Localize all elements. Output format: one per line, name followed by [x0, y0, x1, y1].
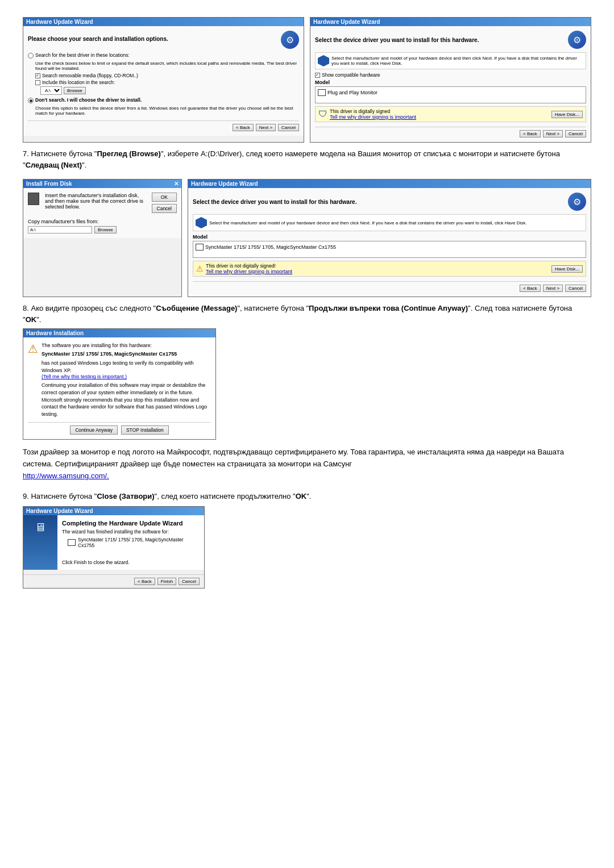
search-radio1-sub: Use the check boxes below to limit or ex…: [35, 61, 299, 71]
monitor-icon-2: [196, 244, 204, 251]
completing-section: Hardware Update Wizard 🖥 Completing the …: [23, 506, 591, 589]
hw-wizard-search-title: Hardware Update Wizard: [23, 18, 304, 26]
copy-row: Browse: [28, 226, 177, 233]
radio-search-label: Search for the best driver in these loca…: [35, 52, 130, 58]
install-warning-link[interactable]: (Tell me why this testing is important.): [42, 374, 211, 379]
step9-text-1: Натиснете бутона ": [31, 492, 97, 500]
check-location-label: Include this location in the search:: [42, 80, 115, 85]
cancel-btn-3[interactable]: Cancel: [565, 285, 586, 292]
compat-note-text: Select the manufacturer and model of you…: [331, 56, 583, 66]
radio-search-btn[interactable]: [28, 53, 34, 59]
install-content: The software you are installing for this…: [42, 342, 211, 418]
show-compat-check[interactable]: Show compatible hardware: [315, 72, 586, 78]
check-removable[interactable]: Search removable media (floppy, CD-ROM..…: [35, 73, 299, 78]
radio-dont-search-label: Don't search. I will choose the driver t…: [35, 97, 142, 103]
compat-hw-note: Select the manufacturer and model of you…: [315, 52, 586, 69]
step9-text-3: ".: [306, 492, 311, 500]
next-btn-1[interactable]: Next >: [256, 124, 276, 131]
step8-text-4: ".: [36, 315, 41, 324]
search-radio2-sub: Choose this option to select the device …: [35, 106, 299, 116]
step8-text: 8. Ако видите прозорец със следното "Съо…: [23, 303, 591, 325]
install-disk-title: Install From Disk: [26, 181, 72, 187]
back-btn-1[interactable]: < Back: [233, 124, 254, 131]
wizard-logo-icon-3: ⚙: [568, 193, 586, 211]
step9-bold-1: Close (Затвори): [97, 492, 154, 500]
monitor-icon-3: [68, 539, 76, 546]
warning-triangle-icon: ⚠: [28, 342, 38, 356]
next-btn-2[interactable]: Next >: [543, 130, 563, 137]
have-disk-btn-1[interactable]: Have Disk...: [551, 111, 583, 118]
completing-device-row: SyncMaster 1715/ 1755/ 1705, MagicSyncMa…: [68, 537, 200, 548]
shield-icon: [318, 55, 329, 66]
samsung-url-link[interactable]: http://www.samsung.com/.: [23, 471, 109, 480]
hw-wizard-select-title: Hardware Update Wizard: [310, 18, 591, 26]
stop-installation-btn[interactable]: STOP Installation: [121, 425, 169, 435]
model-box-2: SyncMaster 1715/ 1755/ 1705, MagicSyncMa…: [193, 241, 586, 258]
disk-cancel-btn[interactable]: Cancel: [152, 204, 177, 213]
copy-browse-btn[interactable]: Browse: [94, 226, 117, 233]
cancel-btn-2[interactable]: Cancel: [565, 130, 586, 137]
close-icon[interactable]: ✕: [174, 181, 179, 187]
copy-from-label: Copy manufacturer's files from:: [28, 219, 177, 224]
disk-buttons: OK Cancel: [152, 193, 177, 213]
hw-wizard-model-title: Hardware Update Wizard: [188, 180, 591, 188]
install-footer: Continue Anyway STOP Installation: [28, 422, 211, 435]
cancel-btn-1[interactable]: Cancel: [278, 124, 299, 131]
have-disk-btn-2[interactable]: Have Disk...: [551, 265, 583, 273]
step9-text-2: ", след което натиснете продължително ": [155, 492, 296, 500]
disk-insert-text: Insert the manufacturer's installation d…: [45, 193, 149, 210]
bottom-paragraph: Този драйвер за монитор е под логото на …: [23, 446, 591, 482]
browse-button-top[interactable]: Browse: [64, 87, 86, 94]
step-number-7: 7.: [23, 149, 31, 158]
completing-finish-text: Click Finish to close the wizard.: [62, 560, 200, 565]
completing-finish-btn[interactable]: Finish: [157, 578, 176, 585]
back-btn-3[interactable]: < Back: [520, 285, 541, 292]
completing-body: 🖥 Completing the Hardware Update Wizard …: [23, 515, 204, 570]
check-shield-icon: 🛡: [318, 109, 327, 119]
completing-cancel-btn[interactable]: Cancel: [179, 578, 200, 585]
completing-wizard-icon: 🖥: [35, 521, 46, 534]
location-select[interactable]: A:\: [40, 86, 62, 95]
wizard-logo-icon: ⚙: [281, 31, 299, 49]
driver-not-signed-row: ⚠ This driver is not digitally signed! T…: [193, 261, 586, 277]
step8-bold-3: OK: [26, 315, 37, 324]
step9-bold-2: OK: [296, 492, 307, 500]
hw-wizard-model-body: Select the device driver you want to ins…: [188, 188, 591, 297]
step7-text-1: Натиснете бутона ": [31, 149, 97, 158]
radio-search: Search for the best driver in these loca…: [28, 52, 299, 59]
completing-back-btn[interactable]: < Back: [134, 578, 155, 585]
next-btn-3[interactable]: Next >: [543, 285, 563, 292]
back-btn-2[interactable]: < Back: [520, 130, 541, 137]
check-location-box[interactable]: [35, 80, 40, 85]
step8-text-2: ", натиснете бутона ": [237, 304, 309, 312]
floppy-icon: [28, 193, 39, 205]
completing-sub: The wizard has finished installing the s…: [62, 529, 200, 535]
copy-input[interactable]: [28, 226, 92, 233]
completing-right-panel: Completing the Hardware Update Wizard Th…: [57, 515, 204, 570]
show-compat-box[interactable]: [315, 73, 320, 78]
driver-not-signed-link[interactable]: Tell me why driver signing is important: [206, 269, 292, 274]
step9-text: 9. Натиснете бутона "Close (Затвори)", с…: [23, 491, 591, 502]
radio-dont-search-btn[interactable]: [28, 98, 34, 103]
pnp-monitor-item: Plug and Play Monitor: [318, 89, 583, 96]
hw-install-window: Hardware Installation ⚠ The software you…: [23, 328, 216, 440]
check-location[interactable]: Include this location in the search:: [35, 80, 299, 85]
radio-dont-search: Don't search. I will choose the driver t…: [28, 97, 299, 103]
hw-install-title: Hardware Installation: [23, 329, 215, 337]
check-removable-box[interactable]: [35, 73, 40, 78]
driver-not-signed-left: ⚠ This driver is not digitally signed! T…: [196, 263, 292, 274]
wizard-logo-icon-2: ⚙: [568, 31, 586, 49]
disk-ok-btn[interactable]: OK: [152, 193, 177, 202]
driver-signed-link[interactable]: Tell me why driver signing is important: [330, 114, 416, 120]
driver-signed-row: 🛡 This driver is digitally signed Tell m…: [315, 106, 586, 122]
continue-anyway-btn[interactable]: Continue Anyway: [70, 425, 118, 435]
driver-signed-info: This driver is digitally signed Tell me …: [330, 108, 416, 120]
step8-bold-1: Съобщение (Message): [156, 304, 237, 312]
shield-icon-2: [196, 217, 207, 228]
hw-wizard-model-window: Hardware Update Wizard Select the device…: [188, 179, 591, 297]
install-disk-title-bar: Install From Disk ✕: [23, 180, 181, 188]
completing-title-bar: Hardware Update Wizard: [23, 507, 204, 515]
bottom-text-content: Този драйвер за монитор е под логото на …: [23, 448, 564, 468]
hw-wizard-search-window: Hardware Update Wizard Please choose you…: [23, 17, 304, 143]
step-number-8: 8.: [23, 304, 31, 312]
